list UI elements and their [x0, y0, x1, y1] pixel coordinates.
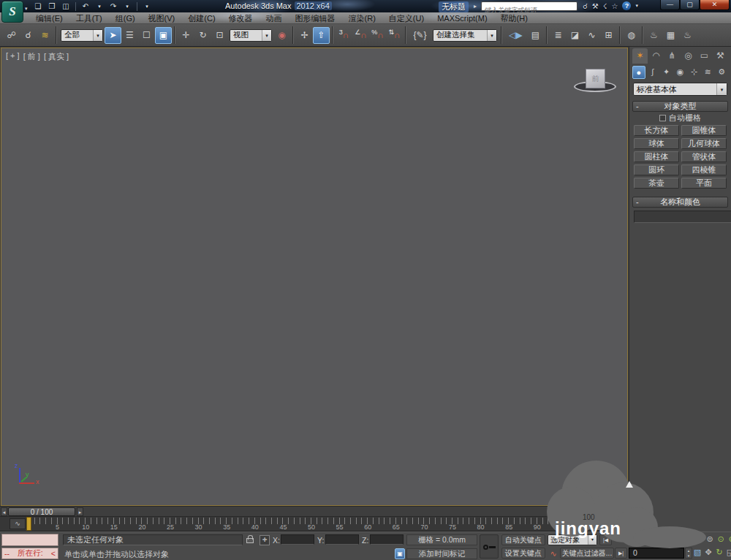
- current-frame-marker[interactable]: [26, 517, 31, 531]
- time-slider-prev-icon[interactable]: ◂: [1, 507, 7, 516]
- spinner-up-icon[interactable]: ▴: [686, 548, 692, 553]
- rectangular-selection-region-icon[interactable]: ☐: [138, 27, 155, 44]
- set-key-button[interactable]: 设置关键点: [501, 548, 545, 559]
- window-crossing-icon[interactable]: ▣: [155, 27, 172, 44]
- select-and-link-icon[interactable]: ☍: [3, 27, 20, 44]
- select-object-icon[interactable]: ➤: [105, 27, 121, 44]
- z-coord-field[interactable]: [370, 534, 404, 545]
- menu-item-0[interactable]: 编辑(E): [29, 12, 69, 24]
- object-type-button-4[interactable]: 圆柱体: [634, 151, 679, 162]
- chevron-down-icon[interactable]: ▾: [588, 535, 596, 545]
- container-icon[interactable]: ◪: [567, 27, 583, 44]
- snap-toggle-3d-icon[interactable]: 3∩: [336, 27, 352, 44]
- subtab-shapes[interactable]: ∫: [646, 66, 659, 79]
- object-type-button-5[interactable]: 管状体: [681, 151, 727, 162]
- object-type-button-1[interactable]: 圆锥体: [681, 125, 727, 136]
- object-type-button-7[interactable]: 四棱锥: [681, 164, 727, 175]
- chevron-down-icon[interactable]: ▾: [93, 30, 102, 41]
- menu-item-7[interactable]: 图形编辑器: [289, 12, 342, 24]
- app-logo-button[interactable]: S: [1, 1, 23, 23]
- percent-snap-icon[interactable]: %∩: [369, 27, 386, 44]
- chevron-down-icon[interactable]: ▾: [487, 30, 496, 41]
- tab-create[interactable]: ✶: [632, 48, 648, 64]
- menu-item-9[interactable]: 自定义(U): [382, 12, 431, 24]
- named-selection-set-dropdown[interactable]: 创建选择集▾: [433, 29, 497, 42]
- time-slider-handle[interactable]: 0 / 100: [8, 507, 75, 516]
- maxscript-listener-input[interactable]: [2, 537, 58, 548]
- object-type-button-3[interactable]: 几何球体: [681, 138, 727, 149]
- mini-curve-editor-icon[interactable]: ∿: [10, 518, 26, 529]
- track-bar[interactable]: ∿ 05101520253035404550556065707580859095…: [0, 517, 629, 531]
- tab-motion[interactable]: ◎: [681, 48, 696, 64]
- y-coord-field[interactable]: [325, 534, 359, 545]
- bind-to-space-warp-icon[interactable]: ≋: [37, 27, 53, 44]
- menu-item-5[interactable]: 修改器: [222, 12, 260, 24]
- menu-item-11[interactable]: 帮助(H): [494, 12, 534, 24]
- use-pivot-center-icon[interactable]: ◉: [273, 27, 290, 44]
- tab-modify[interactable]: ◠: [648, 48, 664, 64]
- key-filters-button[interactable]: 关键点过滤器...: [560, 548, 614, 559]
- spinner-down-icon[interactable]: ▾: [686, 553, 692, 559]
- curve-editor-icon[interactable]: ∿: [583, 27, 600, 44]
- schematic-view-icon[interactable]: ⊞: [600, 27, 617, 44]
- open-file-icon[interactable]: ❐: [46, 1, 58, 12]
- viewport-menu-general[interactable]: [ + ]: [6, 51, 20, 62]
- zoom-region-icon[interactable]: ▧: [693, 548, 702, 557]
- undo-dropdown-icon[interactable]: ▾: [94, 1, 105, 12]
- select-and-manipulate-icon[interactable]: ✢: [296, 27, 313, 44]
- primitive-category-dropdown[interactable]: 标准基本体 ▾: [633, 83, 727, 96]
- render-setup-icon[interactable]: ♨: [645, 27, 662, 44]
- new-scene-icon[interactable]: ❏: [32, 1, 44, 12]
- tab-display[interactable]: ▭: [697, 48, 712, 64]
- menu-item-3[interactable]: 视图(V): [142, 12, 182, 24]
- spinner-snap-icon[interactable]: ⇅∩: [386, 27, 403, 44]
- select-and-rotate-icon[interactable]: ↻: [194, 27, 211, 44]
- subtab-helpers[interactable]: ⊹: [687, 66, 700, 79]
- select-and-move-icon[interactable]: ✛: [178, 27, 194, 44]
- frame-spinner[interactable]: ▴ ▾: [685, 548, 692, 559]
- rollout-name-color-header[interactable]: - 名称和颜色: [632, 197, 728, 208]
- viewport-menu-pov[interactable]: [ 前 ]: [23, 51, 40, 62]
- maximize-button[interactable]: ▢: [680, 0, 700, 10]
- search-go-icon[interactable]: ▸: [474, 3, 477, 10]
- key-filter-scope-dropdown[interactable]: 选定对象 ▾: [548, 534, 597, 545]
- zoom-all-icon[interactable]: ⊜: [705, 534, 714, 544]
- autogrid-checkbox[interactable]: [659, 115, 666, 121]
- absolute-mode-icon[interactable]: ✛: [260, 535, 270, 545]
- edit-named-selection-sets-icon[interactable]: {✎}: [409, 27, 431, 44]
- close-button[interactable]: ✕: [700, 0, 730, 10]
- favorites-star-icon[interactable]: ☆: [611, 2, 618, 10]
- zoom-icon[interactable]: ⊕: [694, 534, 703, 544]
- zoom-extents-icon[interactable]: ⊙: [716, 534, 725, 544]
- communication-center-icon[interactable]: ☇: [603, 2, 607, 10]
- menu-item-2[interactable]: 组(G): [109, 12, 142, 24]
- minimize-button[interactable]: —: [660, 0, 680, 10]
- select-by-name-icon[interactable]: ☰: [121, 27, 138, 44]
- object-type-button-9[interactable]: 平面: [681, 178, 727, 189]
- object-type-button-8[interactable]: 茶壶: [634, 178, 679, 189]
- go-to-start-icon[interactable]: |◀: [599, 534, 612, 545]
- unlink-selection-icon[interactable]: ☌: [20, 27, 37, 44]
- subtab-systems[interactable]: ⚙: [715, 66, 728, 79]
- help-icon[interactable]: ?: [622, 1, 631, 10]
- redo-dropdown-icon[interactable]: ▾: [121, 1, 133, 12]
- subtab-space-warps[interactable]: ≋: [701, 66, 714, 79]
- help-dropdown-icon[interactable]: ▾: [635, 3, 638, 9]
- object-type-button-6[interactable]: 圆环: [634, 164, 679, 175]
- viewport-front[interactable]: [ + ] [ 前 ] [ 真实 ] 前 z x y: [1, 48, 628, 506]
- orbit-icon[interactable]: ↻: [715, 548, 724, 557]
- zoom-extents-all-icon[interactable]: ⊚: [727, 534, 731, 544]
- maximize-viewport-icon[interactable]: ◱: [726, 548, 731, 557]
- subtab-geometry[interactable]: ●: [632, 66, 645, 79]
- rollout-object-type-header[interactable]: - 对象类型: [632, 101, 728, 112]
- default-tangent-icon[interactable]: ∿: [548, 548, 558, 559]
- keyboard-shortcut-override-icon[interactable]: ⇧: [313, 27, 330, 44]
- angle-snap-icon[interactable]: ∠∩: [352, 27, 369, 44]
- render-production-icon[interactable]: ♨: [679, 27, 696, 44]
- object-type-button-2[interactable]: 球体: [634, 138, 679, 149]
- search-binoculars-icon[interactable]: ☌: [583, 2, 588, 10]
- maxscript-listener-line[interactable]: -- 所在行: <: [1, 548, 58, 559]
- rendered-frame-window-icon[interactable]: ▦: [662, 27, 679, 44]
- viewport-menu-shading[interactable]: [ 真实 ]: [44, 51, 69, 62]
- chevron-down-icon[interactable]: ▾: [262, 30, 271, 41]
